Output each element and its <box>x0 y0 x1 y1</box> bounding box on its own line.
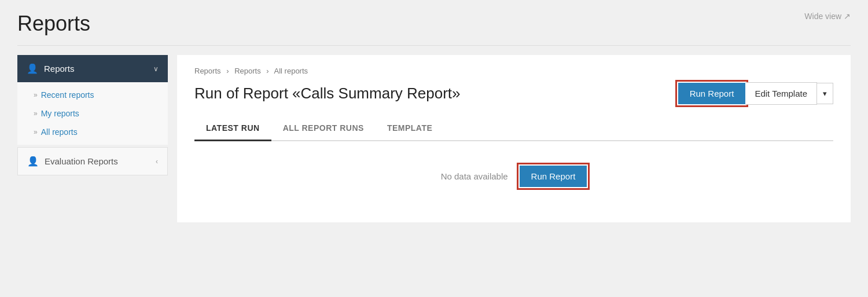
tab-template[interactable]: TEMPLATE <box>376 116 444 141</box>
arrow-icon: » <box>34 128 38 136</box>
report-title: Run of Report «Calls Summary Report» <box>194 85 461 102</box>
sidebar-evaluation-header[interactable]: 👤 Evaluation Reports ‹ <box>18 148 167 175</box>
content-area: 👤 Reports ∨ » Recent reports » My report… <box>17 55 851 222</box>
person-icon-2: 👤 <box>27 156 39 167</box>
sidebar-reports-label: Reports <box>44 64 75 74</box>
sidebar-evaluation-section: 👤 Evaluation Reports ‹ <box>17 147 168 175</box>
no-data-text: No data available <box>441 171 508 181</box>
report-header: Run of Report «Calls Summary Report» Run… <box>194 82 833 105</box>
run-report-button-header[interactable]: Run Report <box>678 83 746 104</box>
chevron-down-icon: ∨ <box>153 65 159 73</box>
tab-content: No data available Run Report <box>194 141 833 211</box>
sidebar-item-recent-reports[interactable]: » Recent reports <box>17 86 168 104</box>
sidebar-all-reports-label: All reports <box>41 127 78 137</box>
sidebar-evaluation-header-left: 👤 Evaluation Reports <box>27 156 118 167</box>
page-wrapper: Reports Wide view ↗ 👤 Reports ∨ » Recent… <box>0 0 868 297</box>
person-icon: 👤 <box>27 63 38 74</box>
breadcrumb-sep-2: › <box>266 67 269 75</box>
tab-latest-run[interactable]: LATEST RUN <box>194 116 271 141</box>
sidebar-reports-header[interactable]: 👤 Reports ∨ <box>17 55 168 82</box>
sidebar-evaluation-label: Evaluation Reports <box>45 156 118 166</box>
sidebar-reports-header-left: 👤 Reports <box>27 63 75 74</box>
sidebar: 👤 Reports ∨ » Recent reports » My report… <box>17 55 168 222</box>
chevron-left-icon: ‹ <box>156 157 158 166</box>
breadcrumb-reports-1[interactable]: Reports <box>194 67 221 75</box>
breadcrumb-reports-2[interactable]: Reports <box>234 67 261 75</box>
arrow-icon: » <box>34 91 38 99</box>
report-actions: Run Report Edit Template ▾ <box>678 82 833 105</box>
wide-view-link[interactable]: Wide view ↗ <box>804 12 851 21</box>
sidebar-item-all-reports[interactable]: » All reports <box>17 123 168 141</box>
tab-latest-run-label: LATEST RUN <box>206 123 260 133</box>
header-divider <box>17 45 851 46</box>
sidebar-nav: » Recent reports » My reports » All repo… <box>17 82 168 145</box>
tab-all-report-runs[interactable]: ALL REPORT RUNS <box>271 116 376 141</box>
page-header: Reports Wide view ↗ <box>17 12 851 36</box>
tabs: LATEST RUN ALL REPORT RUNS TEMPLATE <box>194 116 833 141</box>
arrow-icon: » <box>34 109 38 118</box>
sidebar-item-my-reports[interactable]: » My reports <box>17 104 168 123</box>
main-content: Reports › Reports › All reports Run of R… <box>177 55 851 222</box>
breadcrumb-all-reports: All reports <box>274 67 308 75</box>
edit-template-button[interactable]: Edit Template <box>745 82 817 105</box>
sidebar-reports-section: 👤 Reports ∨ » Recent reports » My report… <box>17 55 168 145</box>
tab-all-report-runs-label: ALL REPORT RUNS <box>283 123 364 133</box>
sidebar-my-reports-label: My reports <box>41 109 79 118</box>
breadcrumb-sep-1: › <box>226 67 229 75</box>
tab-template-label: TEMPLATE <box>387 123 432 133</box>
page-title: Reports <box>17 12 90 36</box>
run-report-button-main[interactable]: Run Report <box>520 166 587 187</box>
breadcrumb: Reports › Reports › All reports <box>194 67 833 75</box>
sidebar-recent-reports-label: Recent reports <box>41 90 94 100</box>
edit-template-dropdown-button[interactable]: ▾ <box>817 83 833 104</box>
